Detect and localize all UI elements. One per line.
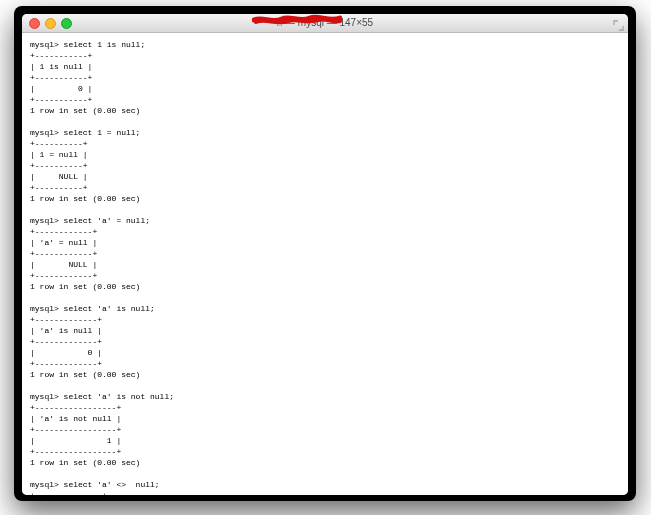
redaction-scribble (252, 14, 342, 27)
window-title-text: — mysql — 147×55 (285, 17, 373, 28)
close-icon[interactable] (29, 18, 40, 29)
fullscreen-icon[interactable] (613, 17, 624, 28)
terminal-content[interactable]: mysql> select 1 is null; +-----------+ |… (22, 33, 628, 495)
zoom-icon[interactable] (61, 18, 72, 29)
window-title: ⌂ — mysql — 147×55 (22, 14, 628, 32)
home-icon: ⌂ (277, 14, 282, 32)
titlebar[interactable]: ⌂ — mysql — 147×55 (22, 14, 628, 33)
minimize-icon[interactable] (45, 18, 56, 29)
terminal-output: mysql> select 1 is null; +-----------+ |… (30, 39, 620, 495)
terminal-window: ⌂ — mysql — 147×55 mysql> select 1 is nu… (14, 6, 636, 501)
